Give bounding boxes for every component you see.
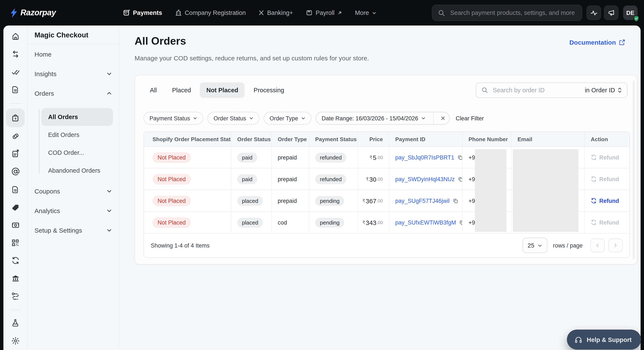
- refund-label: Refund: [599, 154, 619, 161]
- offers-icon[interactable]: [7, 199, 24, 216]
- sidebar-item-cod-order[interactable]: COD Order...: [41, 144, 119, 162]
- nav-item-label: More: [355, 9, 369, 16]
- chevron-down-icon: [106, 208, 112, 213]
- chevron-down-icon: [372, 10, 377, 15]
- status-badge: paid: [237, 174, 257, 184]
- chevron-down-icon: [106, 188, 112, 194]
- date-range-value[interactable]: Date Range: 16/03/2026 - 15/04/2026: [316, 112, 430, 124]
- status-badge: Not Placed: [152, 195, 191, 206]
- payment-id-cell: pay_SUfxEWTiWB3fgM: [389, 212, 462, 233]
- search-scope-selector[interactable]: in Order ID: [585, 87, 622, 94]
- sidebar-item-home[interactable]: Home: [28, 44, 118, 64]
- card-icon[interactable]: [7, 217, 24, 234]
- refund-button[interactable]: Refund: [591, 219, 619, 226]
- sidebar-item-orders[interactable]: Orders: [28, 83, 118, 103]
- filter-order-status[interactable]: Order Status: [208, 112, 260, 125]
- refund-button[interactable]: Refund: [591, 154, 619, 161]
- placement-status-cell: Not Placed: [144, 190, 231, 211]
- chip-label: Date Range: 16/03/2026 - 15/04/2026: [322, 115, 418, 121]
- payment-links-icon[interactable]: [7, 128, 24, 145]
- search-scope-label: in Order ID: [585, 87, 615, 94]
- invoices-icon[interactable]: [7, 146, 24, 163]
- refund-button[interactable]: Refund: [591, 176, 619, 182]
- payment-id-link[interactable]: pay_SbJq0R7IsPBRT1: [395, 154, 462, 161]
- next-page-button[interactable]: [608, 239, 623, 252]
- bank-icon[interactable]: [7, 270, 24, 287]
- sidebar-item-abandoned-orders[interactable]: Abandoned Orders: [41, 162, 119, 179]
- razorpay-brand[interactable]: Razorpay: [10, 8, 56, 18]
- filter-payment-status[interactable]: Payment Status: [144, 112, 204, 125]
- page-title: All Orders: [134, 35, 186, 47]
- nav-item-payroll[interactable]: Payroll: [306, 9, 342, 16]
- help-support-button[interactable]: Help & Support: [567, 330, 641, 350]
- settings-gear-icon[interactable]: [7, 332, 24, 349]
- home-icon[interactable]: [7, 28, 24, 45]
- subscriptions-icon[interactable]: [7, 252, 24, 269]
- global-search[interactable]: [432, 5, 582, 21]
- nav-item-more[interactable]: More: [355, 9, 377, 16]
- price-cell: ₹367.00: [358, 190, 389, 211]
- sidebar-item-analytics[interactable]: Analytics: [28, 201, 118, 220]
- nav-item-banking[interactable]: Banking+: [258, 9, 293, 16]
- announcements-button[interactable]: [604, 5, 618, 20]
- orders-submenu: All Orders Edit Orders COD Order... Aban…: [41, 108, 119, 179]
- tab-processing[interactable]: Processing: [247, 82, 290, 98]
- sidebar-item-coupons[interactable]: Coupons: [28, 181, 118, 201]
- sidebar-item-all-orders[interactable]: All Orders: [41, 108, 113, 126]
- payment-id-link[interactable]: pay_SUfxEWTiWB3fgM: [395, 219, 462, 226]
- qr-code-icon[interactable]: [7, 234, 24, 251]
- status-badge: paid: [237, 153, 257, 162]
- chip-label: Payment Status: [150, 115, 190, 121]
- page-size-select[interactable]: 25: [522, 238, 547, 253]
- nav-item-payments[interactable]: Payments: [123, 9, 162, 16]
- clear-date-filter-button[interactable]: [436, 112, 449, 124]
- global-search-input[interactable]: [449, 9, 582, 16]
- magic-checkout-icon[interactable]: [6, 109, 25, 127]
- status-badge: refunded: [315, 174, 346, 184]
- order-type-cell: prepaid: [271, 169, 309, 190]
- rows-per-page-label: rows / page: [553, 242, 583, 249]
- tab-all[interactable]: All: [144, 82, 163, 98]
- external-arrow-icon: [338, 10, 342, 15]
- mentions-icon[interactable]: [7, 163, 24, 180]
- prev-page-button[interactable]: [590, 239, 605, 252]
- pulse-icon: [590, 9, 597, 16]
- sidebar-item-edit-orders[interactable]: Edit Orders: [41, 126, 119, 144]
- documentation-link[interactable]: Documentation: [570, 39, 625, 46]
- chevron-down-icon: [106, 71, 112, 76]
- payment-id-cell: pay_SWDyinHql43NUz: [389, 169, 462, 190]
- nav-item-company-registration[interactable]: Company Registration: [175, 9, 246, 16]
- order-search-input[interactable]: [492, 86, 582, 94]
- filter-order-type[interactable]: Order Type: [264, 112, 312, 125]
- reports-icon[interactable]: [7, 81, 24, 98]
- refund-button[interactable]: Refund: [591, 197, 619, 204]
- price-cell: ₹343.00: [358, 212, 389, 233]
- test-mode-icon[interactable]: [7, 315, 24, 332]
- transactions-icon[interactable]: [7, 46, 24, 63]
- copy-icon[interactable]: [459, 220, 462, 225]
- status-badge: Not Placed: [152, 217, 191, 228]
- copy-icon[interactable]: [452, 198, 458, 203]
- sidebar-item-setup-settings[interactable]: Setup & Settings: [28, 220, 118, 240]
- tab-not-placed[interactable]: Not Placed: [200, 82, 245, 98]
- payment-id-link[interactable]: pay_SUgF57TJ46jwil: [395, 197, 458, 204]
- user-avatar[interactable]: DE: [623, 5, 638, 20]
- documents-icon[interactable]: [7, 181, 24, 198]
- orders-card: All Placed Not Placed Processing in Orde…: [134, 75, 637, 265]
- double-check-icon[interactable]: [7, 64, 24, 81]
- route-icon[interactable]: [7, 288, 24, 305]
- help-support-label: Help & Support: [587, 336, 632, 343]
- refund-label: Refund: [599, 197, 619, 204]
- tab-placed[interactable]: Placed: [166, 82, 198, 98]
- payment-id-link[interactable]: pay_SWDyinHql43NUz: [395, 176, 462, 182]
- rail-divider: [9, 310, 21, 310]
- price-dec: .00: [376, 155, 383, 160]
- sidebar-item-insights[interactable]: Insights: [28, 64, 118, 83]
- activity-button[interactable]: [586, 5, 601, 20]
- filter-date-range[interactable]: Date Range: 16/03/2026 - 15/04/2026: [316, 112, 450, 125]
- copy-icon[interactable]: [458, 176, 462, 182]
- status-badge: pending: [315, 196, 344, 206]
- copy-icon[interactable]: [457, 155, 462, 160]
- clear-filter-button[interactable]: Clear Filter: [456, 115, 484, 121]
- action-cell: Refund: [584, 147, 630, 168]
